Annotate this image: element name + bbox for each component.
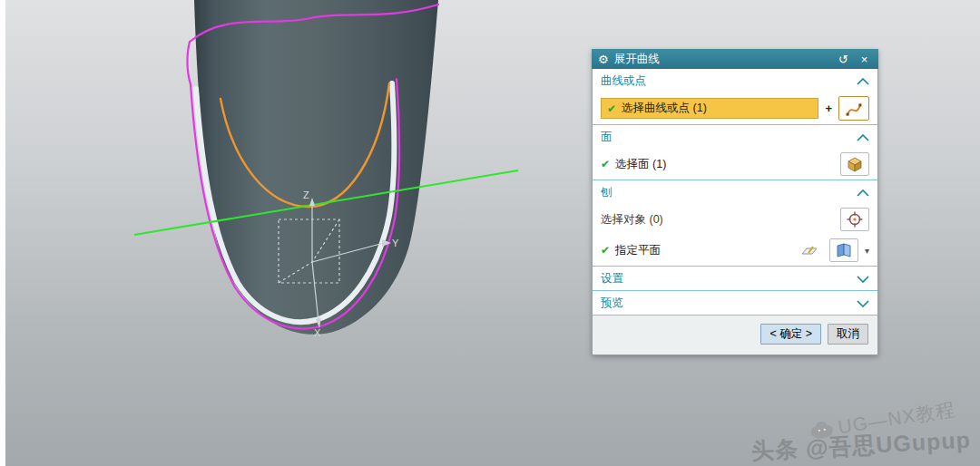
group-label: 预览 [601, 296, 623, 311]
spline-icon [845, 100, 863, 118]
axis-label-x: X [314, 327, 321, 338]
dialog-footer: < 确定 > 取消 [593, 316, 877, 354]
close-button[interactable]: × [857, 53, 872, 65]
plane-method-button[interactable] [829, 238, 858, 262]
plane-pencil-icon [800, 241, 818, 259]
plane-dialog-button[interactable] [795, 238, 824, 262]
reset-button[interactable]: ↺ [836, 53, 851, 65]
face-select-button[interactable] [840, 152, 869, 176]
curve-rule-button[interactable] [838, 96, 869, 121]
dropdown-arrow-icon[interactable]: ▾ [865, 246, 869, 256]
specify-plane-label: 指定平面 [615, 243, 661, 258]
object-select-button[interactable] [840, 208, 869, 231]
gear-icon: ⚙ [598, 53, 609, 65]
group-label: 面 [601, 130, 612, 145]
boundary-curve-magenta-left[interactable] [187, 42, 191, 84]
check-icon: ✔ [601, 159, 610, 170]
plane-book-icon [835, 241, 853, 259]
cube-icon [846, 155, 864, 173]
group-label: 曲线或点 [601, 73, 646, 89]
check-icon: ✔ [601, 245, 610, 256]
chevron-up-icon [857, 78, 869, 85]
group-plane: 刨 选择对象 (0) [593, 180, 877, 267]
app-window: Z Y X ⚙ 展开曲线 ↺ × 曲线或点 [0, 0, 980, 466]
dialog-titlebar[interactable]: ⚙ 展开曲线 ↺ × [592, 49, 878, 69]
select-face-row[interactable]: ✔ 选择面 (1) [593, 149, 877, 180]
select-curve-row: ✔ 选择曲线或点 (1) + [593, 92, 877, 124]
cylinder-body[interactable] [194, 0, 438, 335]
chevron-down-icon [857, 300, 869, 307]
axis-label-y: Y [392, 238, 399, 248]
group-header-settings[interactable]: 设置 [593, 267, 877, 290]
group-face: 面 ✔ 选择面 (1) [593, 125, 877, 180]
group-header-preview[interactable]: 预览 [593, 291, 877, 315]
axis-label-z: Z [303, 189, 309, 200]
group-label: 刨 [601, 185, 612, 200]
group-header-plane[interactable]: 刨 [593, 180, 877, 204]
specify-plane-row[interactable]: ✔ 指定平面 ▾ [593, 235, 877, 266]
select-face-label: 选择面 (1) [615, 157, 666, 172]
dialog-title: 展开曲线 [614, 52, 660, 67]
window-left-edge [0, 0, 5, 466]
dialog-body: 曲线或点 ✔ 选择曲线或点 (1) + [592, 69, 878, 355]
select-curve-field[interactable]: ✔ 选择曲线或点 (1) [601, 98, 818, 119]
chevron-up-icon [857, 189, 869, 197]
point-constructor-icon[interactable]: + [825, 102, 832, 115]
group-header-curve-or-point[interactable]: 曲线或点 [593, 69, 877, 92]
select-object-label: 选择对象 (0) [601, 212, 663, 228]
group-curve-or-point: 曲线或点 ✔ 选择曲线或点 (1) + [593, 69, 877, 125]
check-icon: ✔ [607, 103, 616, 114]
cancel-button[interactable]: 取消 [828, 324, 868, 345]
select-curve-label: 选择曲线或点 (1) [622, 101, 707, 116]
ok-button[interactable]: < 确定 > [760, 324, 821, 345]
crosshair-icon [846, 210, 864, 228]
unwrap-curve-dialog: ⚙ 展开曲线 ↺ × 曲线或点 ✔ 选择曲线或点 (1) [592, 49, 878, 355]
group-label: 设置 [601, 271, 623, 286]
chevron-down-icon [857, 276, 869, 283]
group-settings: 设置 [593, 267, 877, 291]
chevron-up-icon [857, 134, 869, 141]
group-header-face[interactable]: 面 [593, 125, 877, 149]
select-object-row[interactable]: 选择对象 (0) [593, 204, 877, 235]
group-preview: 预览 [593, 291, 877, 316]
